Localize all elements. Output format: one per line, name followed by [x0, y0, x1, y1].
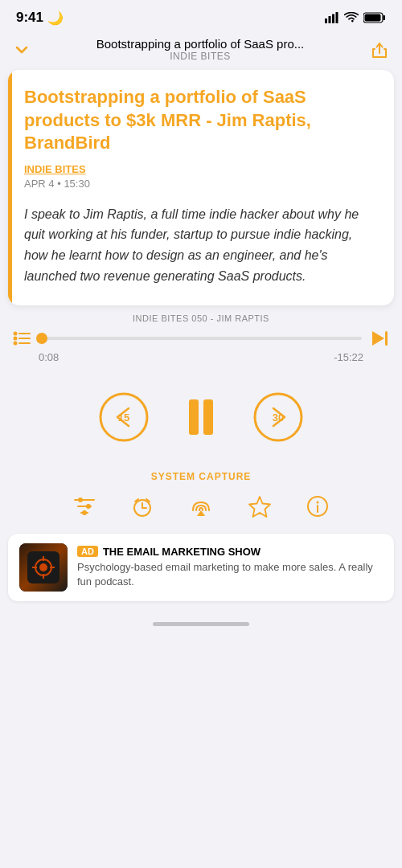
pause-bar-left — [189, 399, 199, 435]
home-indicator — [0, 614, 402, 633]
ad-title: THE EMAIL MARKETING SHOW — [103, 546, 260, 558]
svg-point-32 — [317, 502, 319, 504]
nav-podcast-name: INDIE BITES — [39, 51, 362, 62]
episode-date: APR 4 — [24, 178, 55, 190]
status-icons — [325, 12, 386, 23]
forward-button[interactable]: 30 — [253, 392, 303, 442]
share-button[interactable] — [370, 40, 389, 59]
episode-scrubber-label: INDIE BITES 050 - JIM RAPTIS — [13, 313, 389, 323]
svg-rect-1 — [329, 16, 331, 23]
svg-text:15: 15 — [118, 411, 129, 424]
airplay-icon[interactable] — [189, 496, 213, 517]
svg-text:30: 30 — [273, 411, 284, 424]
star-icon[interactable] — [248, 495, 271, 518]
episode-description: I speak to Jim Raptis, a full time indie… — [24, 204, 378, 286]
podcast-name-link[interactable]: INDIE BITES — [24, 163, 378, 175]
time-current: 0:08 — [39, 351, 59, 363]
system-label: SYSTEM CAPTURE — [0, 471, 402, 482]
ad-thumbnail — [19, 543, 68, 592]
svg-point-11 — [14, 342, 18, 346]
ad-description: Psychology-based email marketing to make… — [77, 560, 383, 589]
queue-menu-icon[interactable] — [13, 331, 31, 346]
svg-rect-14 — [385, 331, 388, 346]
svg-point-22 — [78, 497, 83, 502]
moon-icon: 🌙 — [47, 10, 64, 26]
svg-rect-6 — [365, 14, 381, 22]
info-icon[interactable] — [306, 495, 329, 518]
top-nav: Bootstrapping a portfolio of SaaS pro...… — [0, 31, 402, 67]
svg-marker-13 — [372, 331, 384, 346]
episode-meta: APR 4 • 15:30 — [24, 178, 378, 190]
svg-rect-0 — [325, 18, 327, 23]
scrubber-thumb[interactable] — [36, 333, 47, 344]
time-row: 0:08 -15:22 — [13, 347, 363, 363]
ad-thumb-inner — [19, 543, 68, 592]
nav-title-area: Bootstrapping a portfolio of SaaS pro...… — [31, 37, 370, 62]
svg-rect-2 — [332, 14, 334, 24]
wifi-icon — [344, 12, 359, 23]
nav-episode-title: Bootstrapping a portfolio of SaaS pro... — [39, 37, 362, 51]
ad-banner[interactable]: AD THE EMAIL MARKETING SHOW Psychology-b… — [8, 534, 394, 601]
episode-card: Bootstrapping a portfolio of SaaS produc… — [8, 70, 394, 305]
collapse-chevron[interactable] — [13, 41, 31, 59]
ad-tag: AD — [77, 546, 98, 557]
scrubber-area: INDIE BITES 050 - JIM RAPTIS 0:08 -15:2 — [0, 305, 402, 363]
status-bar: 9:41 🌙 — [0, 0, 402, 31]
scrubber-row — [13, 330, 389, 347]
ad-content: AD THE EMAIL MARKETING SHOW Psychology-b… — [77, 546, 383, 589]
svg-rect-3 — [336, 12, 338, 23]
alarm-icon[interactable] — [131, 495, 154, 518]
scrubber-track[interactable] — [39, 337, 362, 340]
svg-point-36 — [39, 563, 47, 571]
filter-icon[interactable] — [73, 496, 96, 517]
svg-rect-5 — [384, 15, 386, 20]
pause-bar-right — [203, 399, 213, 435]
ad-tag-row: AD THE EMAIL MARKETING SHOW — [77, 546, 383, 558]
system-icons-row — [0, 495, 402, 518]
time-remaining: -15:22 — [334, 351, 363, 363]
pause-button[interactable] — [189, 399, 213, 435]
episode-title: Bootstrapping a portfolio of SaaS produc… — [24, 86, 378, 155]
svg-point-24 — [82, 510, 87, 515]
episode-duration: 15:30 — [64, 178, 90, 190]
accent-bar — [8, 70, 12, 305]
svg-point-9 — [14, 337, 18, 341]
signal-icon — [325, 12, 339, 23]
battery-icon — [363, 12, 386, 23]
system-section: SYSTEM CAPTURE — [0, 471, 402, 518]
svg-point-23 — [86, 504, 91, 509]
svg-point-7 — [14, 332, 18, 336]
svg-marker-30 — [197, 510, 205, 516]
status-time: 9:41 — [16, 10, 43, 26]
skip-to-end-icon[interactable] — [370, 330, 389, 347]
rewind-button[interactable]: 15 — [99, 392, 149, 442]
home-bar — [153, 622, 249, 626]
playback-controls: 15 30 — [0, 363, 402, 466]
